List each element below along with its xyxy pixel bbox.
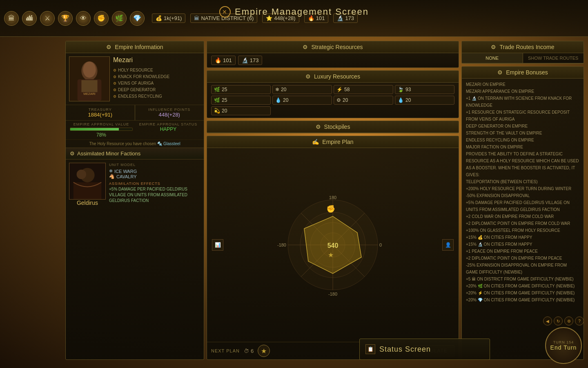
luxury-panel: ⚙ Luxury Resources 🌿25 ❄20 ⚡58 🍃93 🌿25 💧… [207,70,459,118]
trade-tab-none[interactable]: NONE [462,53,523,63]
svg-text:-180: -180 [328,292,337,296]
bonuses-header: ⚙ Empire Bonuses [462,67,584,79]
eye-icon[interactable]: 👁 [76,11,91,26]
approval-row: EMPIRE APPROVAL VALUE 78% EMPIRE APPROVA… [66,121,204,139]
turn-section: ◀ ↻ ⚙ ? TURN 154 End Turn [543,316,584,364]
approval-status-col: EMPIRE APPROVAL STATUS HAPPY [137,122,200,138]
faction-icon[interactable]: 🏛 [4,11,19,26]
military-icon[interactable]: ⚔ [40,11,55,26]
bonus-item: +2 DIPLOMATIC POINT ON EMPIRE FROM COLD … [466,220,579,227]
close-button[interactable]: ✕ [219,6,231,18]
plan-right-icons: 👤 [442,239,454,251]
turn-ring[interactable]: TURN 154 End Turn [545,327,582,364]
bonus-item: ENDLESS RECYCLING ON EMPIRE [466,137,579,144]
nature-icon[interactable]: 🌿 [112,11,127,26]
trade-routes-panel: ⚙ Trade Routes Income NONE SHOW TRADE RO… [461,41,584,64]
title-text: Empire Management Screen [235,7,369,17]
bonus-item: STRENGTH OF THE VAULT ON EMPIRE [466,130,579,137]
bonus-item: +2 DIPLOMATIC POINT ON EMPIRE FROM PEACE [466,255,579,262]
trade-title: Trade Routes Income [499,44,554,50]
strategic-header: ⚙ Strategic Resources [207,41,459,53]
bonus-item: DEEP GENERATOR ON EMPIRE [466,123,579,130]
right-panel: ⚙ Trade Routes Income NONE SHOW TRADE RO… [461,41,584,360]
assimilation-effect: +5% DAMAGE PER PACIFIED GELDIRUS VILLAGE… [109,186,200,204]
unit-model-label: UNIT MODEL [109,163,200,167]
faction-details: UNIT MODEL ❄ ICE WARG 🐴 CAVALRY ASSIMILA… [109,163,200,206]
faction-name: Geldirus [69,200,106,206]
stats-row: TREASURY 1884(+91) INFLUENCE POINTS 448(… [66,105,204,121]
trait-item: ⚙HOLY RESOURCE [113,67,169,74]
gem-icon[interactable]: 💎 [130,11,145,26]
bonus-item: +1 🔬 ON TERRAIN WITH SCIENCE FROM KNACK … [466,95,579,109]
fist-icon[interactable]: ✊ [94,11,109,26]
bonus-item: +15% 🔬 ON CITIES FROM HAPPY [466,241,579,248]
luxury-grid: 🌿25 ❄20 ⚡58 🍃93 🌿25 💧20 ⚙20 💧20 💫20 [207,83,459,118]
influence-value: 448(+28) [139,112,200,118]
faction-portrait-area: Geldirus [69,163,106,206]
svg-text:180: 180 [329,195,336,200]
empire-info-section: MEZARI Mezari ⚙HOLY RESOURCE ⚙KNACK FOR … [66,53,204,148]
bonus-item: -25% EXPANSION DISAPPROVAL ON EMPIRE FRO… [466,262,579,276]
empire-details: Mezari ⚙HOLY RESOURCE ⚙KNACK FOR KNOWLED… [113,56,169,101]
nav-prev[interactable]: ◀ [543,316,552,325]
science-amount: 173 [250,57,259,63]
empire-info-header: ⚙ Empire Information [66,41,204,53]
strategic-resource-row: 🔥 101 🔬 173 [207,53,459,67]
bonus-item: +1 PEACE ON EMPIRE FROM PEACE [466,248,579,255]
empire-portrait: MEZARI [69,56,110,101]
dust-chip: 🔥 101 [211,56,236,65]
trophy-icon[interactable]: 🏆 [58,11,73,26]
bonus-item: -50% EXPANSION DISAPPROVAL [466,192,579,199]
gold-stat: 💰 1k(+91) [152,13,185,23]
progress-fill [70,128,119,130]
bonus-item: +20% ⚡ ON CITIES FROM GAME DIFFICULTY (N… [466,289,579,296]
progress-bar [70,128,133,131]
screen-title: ✕ Empire Management Screen [219,6,369,18]
trait-item: ⚙KNACK FOR KNOWLEDGE [113,74,169,80]
nav-settings[interactable]: ⚙ [564,316,573,325]
lux-3: 🍃93 [395,85,454,94]
plan-icon-right[interactable]: 👤 [442,239,454,251]
lux-2: ⚡58 [334,85,393,94]
top-bar: 🏛 🏙 ⚔ 🏆 👁 ✊ 🌿 💎 💰 1k(+91) 🏛 NATIVE DISTR… [0,0,588,37]
trade-tab-show[interactable]: SHOW TRADE ROUTES [523,53,584,63]
lux-0: 🌿25 [211,85,271,94]
nav-refresh[interactable]: ↻ [554,316,563,325]
strategic-panel: ⚙ Strategic Resources 🔥 101 🔬 173 [207,41,459,68]
star-button[interactable]: ★ [258,345,270,357]
svg-rect-4 [81,80,97,92]
approval-value-label: EMPIRE APPROVAL VALUE [70,122,133,126]
nav-icons: ◀ ↻ ⚙ ? [543,316,584,325]
svg-text:540: 540 [327,242,339,249]
faction-area: Geldirus UNIT MODEL ❄ ICE WARG 🐴 CAVALRY… [66,159,204,209]
left-panel: ⚙ Empire Information MEZARI Mezari [65,41,204,360]
bonus-item: MEZARI APPEARANCE ON EMPIRE [466,88,579,95]
svg-text:0: 0 [379,242,382,247]
plan-icon-left[interactable]: 📊 [212,239,223,251]
status-bar: 📋 Status Screen [359,339,490,360]
bonus-item: +20% 🌿 ON CITIES FROM GAME DIFFICULTY (N… [466,283,579,289]
lux-4: 🌿25 [211,96,271,105]
approval-status-label: EMPIRE APPROVAL STATUS [137,122,200,126]
stockpile-header: ⚙ Stockpiles [207,121,459,133]
end-turn-button[interactable]: End Turn [550,344,577,351]
bonus-item: MAJOR FACTION ON EMPIRE [466,144,579,150]
bonus-item: PROVIDES THE ABILITY TO DEFINE A STRATEG… [466,150,579,178]
svg-point-9 [77,170,86,179]
bonus-item: MEZARI ON EMPIRE [466,81,579,88]
bonus-item: +100% ON GLASSTEEL FROM HOLY RESOURCE [466,227,579,234]
bonus-item: TELEPORTATION (BETWEEN CITIES) [466,178,579,185]
trait-item: ⚙VEINS OF AURIGA [113,80,169,87]
dust-amount: 101 [223,57,232,63]
assimilation-label: ASSIMILATION EFFECTS [109,182,200,186]
radar-container: 📊 👤 [207,148,459,342]
city-icon[interactable]: 🏙 [22,11,37,26]
turn-label: TURN 154 [553,340,574,344]
svg-text:-180: -180 [277,242,286,247]
svg-text:MEZARI: MEZARI [83,92,96,96]
next-plan-label: NEXT PLAN [211,348,240,353]
bonus-item: +5% DAMAGE PER PACIFIED GELDIRUS VILLAGE… [466,199,579,213]
nav-help[interactable]: ? [575,316,584,325]
gold-value: 1k(+91) [164,15,182,21]
svg-point-2 [83,62,96,78]
